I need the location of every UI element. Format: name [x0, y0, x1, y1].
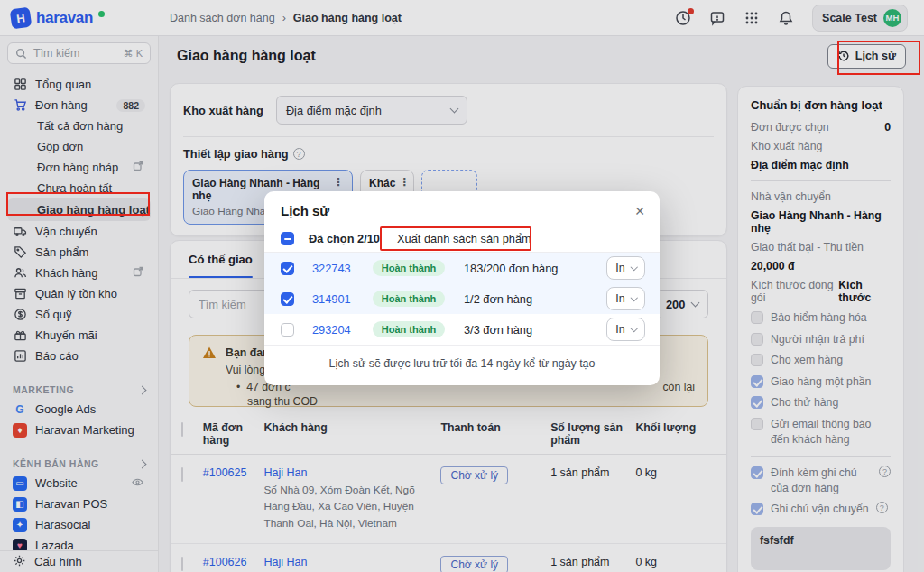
print-label: In: [615, 262, 624, 274]
row-checkbox[interactable]: [281, 262, 294, 275]
history-id-link[interactable]: 322743: [312, 262, 370, 275]
select-all-checkbox[interactable]: [281, 232, 294, 245]
modal-toolbar: Đã chọn 2/10 Xuất danh sách sản phẩm: [264, 226, 660, 253]
app-screen: H haravan Danh sách đơn hàng › Giao hàng…: [0, 0, 924, 572]
row-checkbox[interactable]: [281, 292, 294, 306]
print-dropdown[interactable]: In: [606, 318, 645, 341]
modal-title: Lịch sử: [281, 203, 329, 218]
status-badge: Hoàn thành: [373, 321, 446, 337]
row-checkbox[interactable]: [281, 323, 294, 337]
status-badge: Hoàn thành: [373, 291, 446, 307]
progress-text: 3/3 đơn hàng: [464, 323, 606, 337]
status-badge: Hoàn thành: [373, 260, 446, 276]
modal-header: Lịch sử ✕: [264, 191, 660, 226]
export-products-button[interactable]: Xuất danh sách sản phẩm: [397, 232, 531, 245]
history-row: 293204 Hoàn thành 3/3 đơn hàng In: [264, 314, 660, 345]
close-icon[interactable]: ✕: [634, 205, 645, 217]
modal-footer-note: Lịch sử sẽ được lưu trữ tối đa 14 ngày k…: [264, 345, 660, 370]
history-id-link[interactable]: 293204: [312, 323, 370, 337]
print-label: In: [615, 292, 624, 305]
history-row: 322743 Hoàn thành 183/200 đơn hàng In: [264, 253, 660, 283]
progress-text: 183/200 đơn hàng: [464, 262, 606, 275]
print-dropdown[interactable]: In: [606, 287, 645, 310]
print-label: In: [615, 323, 624, 336]
history-row: 314901 Hoàn thành 1/2 đơn hàng In: [264, 283, 660, 314]
chevron-down-icon: [630, 263, 637, 271]
history-modal: Lịch sử ✕ Đã chọn 2/10 Xuất danh sách sả…: [264, 191, 660, 385]
progress-text: 1/2 đơn hàng: [464, 292, 606, 306]
selected-count-label: Đã chọn 2/10: [309, 232, 386, 245]
chevron-down-icon: [630, 325, 637, 332]
chevron-down-icon: [630, 294, 637, 301]
history-id-link[interactable]: 314901: [312, 292, 370, 306]
print-dropdown[interactable]: In: [606, 256, 645, 280]
